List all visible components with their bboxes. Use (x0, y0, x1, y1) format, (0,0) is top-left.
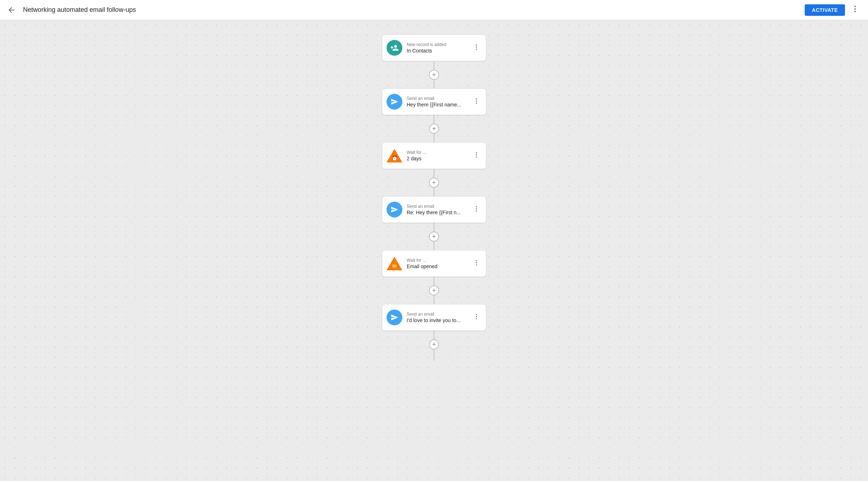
send-icon (390, 313, 398, 321)
person-add-icon (390, 43, 399, 52)
svg-point-1 (854, 8, 856, 10)
connector-line (434, 134, 434, 142)
svg-point-13 (476, 208, 477, 209)
connector-line (434, 331, 434, 339)
wait-event-node-text: Wait for ... Email opened (407, 258, 470, 269)
node-menu-icon (473, 313, 480, 320)
svg-point-5 (476, 49, 477, 50)
connector-6: + (429, 331, 439, 360)
svg-point-6 (476, 98, 477, 99)
trigger-node[interactable]: New record is added In Contacts (382, 35, 486, 61)
send-email-icon-3 (387, 310, 402, 325)
connector-line (434, 188, 434, 196)
connector-line (434, 277, 434, 285)
envelope-triangle-icon: ✉ (387, 257, 402, 270)
send-icon (390, 206, 398, 214)
send-email-icon-1 (387, 94, 402, 110)
svg-point-14 (476, 210, 477, 211)
svg-point-2 (854, 11, 856, 12)
wait-event-node-value: Email opened (407, 264, 470, 269)
wait-time-node[interactable]: ⏰ Wait for ... 2 days (382, 142, 486, 169)
connector-1: + (429, 61, 439, 88)
node-menu-icon (473, 97, 480, 105)
wait-time-icon: ⏰ (387, 148, 402, 164)
add-step-button-1[interactable]: + (429, 70, 439, 80)
back-icon (7, 6, 16, 14)
header-right: ACTIVATE (805, 3, 862, 17)
trigger-node-icon (387, 40, 402, 56)
send-icon (390, 98, 398, 106)
add-step-button-5[interactable]: + (429, 285, 439, 296)
node-menu-icon (473, 43, 480, 51)
connector-3: + (429, 169, 439, 196)
send-email-node-1[interactable]: Send an email Hey there {{First name... (382, 88, 486, 115)
send-email-node-3-value: I'd love to invite you to... (407, 317, 470, 323)
trigger-node-text: New record is added In Contacts (407, 42, 470, 54)
send-email-node-1-menu[interactable] (471, 96, 481, 108)
node-menu-icon (473, 151, 480, 159)
send-email-node-1-value: Hey there {{First name... (407, 102, 470, 107)
connector-line (434, 349, 434, 360)
send-email-node-2-menu[interactable] (471, 204, 481, 216)
connector-5: + (429, 277, 439, 304)
wait-time-node-text: Wait for ... 2 days (407, 150, 470, 161)
back-button[interactable] (6, 4, 17, 16)
svg-point-20 (476, 318, 477, 319)
svg-point-15 (476, 260, 477, 261)
wait-event-node-menu[interactable] (471, 258, 481, 270)
trigger-node-label: New record is added (407, 42, 470, 47)
workflow: New record is added In Contacts + (0, 20, 868, 481)
send-email-node-2-text: Send an email Re: Hey there {{First n... (407, 204, 470, 215)
send-email-node-3-label: Send an email (407, 312, 470, 317)
page-title: Networking automated email follow-ups (23, 6, 136, 14)
wait-event-icon: ✉ (387, 256, 402, 271)
connector-line (434, 223, 434, 232)
svg-point-16 (476, 262, 477, 263)
wait-time-node-value: 2 days (407, 156, 470, 161)
wait-event-node-label: Wait for ... (407, 258, 470, 263)
activate-button[interactable]: ACTIVATE (805, 4, 845, 16)
wait-time-node-menu[interactable] (471, 150, 481, 162)
add-step-button-2[interactable]: + (429, 124, 439, 134)
connector-line (434, 296, 434, 304)
trigger-node-menu[interactable] (471, 42, 481, 54)
svg-point-17 (476, 264, 477, 265)
add-step-button-4[interactable]: + (429, 232, 439, 242)
svg-point-10 (476, 154, 477, 155)
header-left: Networking automated email follow-ups (6, 4, 136, 16)
connector-line (434, 80, 434, 88)
send-email-node-1-label: Send an email (407, 96, 470, 101)
connector-line (434, 61, 434, 70)
send-email-node-1-text: Send an email Hey there {{First name... (407, 96, 470, 107)
clock-triangle-icon: ⏰ (387, 149, 402, 162)
svg-point-7 (476, 100, 477, 101)
connector-line (434, 242, 434, 250)
send-email-icon-2 (387, 202, 402, 217)
send-email-node-2-label: Send an email (407, 204, 470, 209)
svg-point-18 (476, 314, 477, 315)
svg-point-0 (854, 6, 856, 7)
node-menu-icon (473, 205, 480, 212)
trigger-node-value: In Contacts (407, 48, 470, 54)
header: Networking automated email follow-ups AC… (0, 0, 868, 20)
connector-line (434, 169, 434, 178)
send-email-node-2[interactable]: Send an email Re: Hey there {{First n... (382, 196, 486, 223)
node-menu-icon (473, 259, 480, 266)
wait-time-node-label: Wait for ... (407, 150, 470, 155)
wait-event-node[interactable]: ✉ Wait for ... Email opened (382, 250, 486, 277)
more-options-button[interactable] (848, 3, 862, 17)
svg-point-11 (476, 156, 477, 157)
send-email-node-3[interactable]: Send an email I'd love to invite you to.… (382, 304, 486, 331)
send-email-node-3-menu[interactable] (471, 312, 481, 324)
add-step-button-6[interactable]: + (429, 339, 439, 349)
workflow-canvas[interactable]: New record is added In Contacts + (0, 20, 868, 481)
svg-point-4 (476, 46, 477, 47)
svg-point-3 (476, 44, 477, 45)
svg-point-8 (476, 102, 477, 104)
add-step-button-3[interactable]: + (429, 178, 439, 188)
connector-line (434, 115, 434, 124)
more-icon (851, 5, 859, 13)
svg-point-12 (476, 206, 477, 207)
connector-2: + (429, 115, 439, 142)
svg-point-9 (476, 152, 477, 153)
